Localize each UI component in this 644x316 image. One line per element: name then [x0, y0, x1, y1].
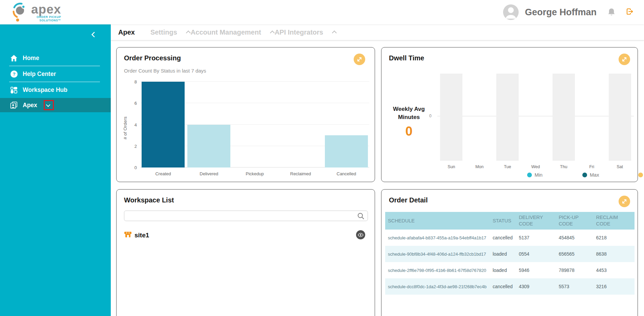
- nav-item-account-management[interactable]: Account Management: [191, 28, 261, 36]
- x-axis-label: Delivered: [186, 171, 232, 176]
- cell-pickup-code: 656565: [556, 246, 593, 262]
- table-row[interactable]: schedule-2ff6e798-0f95-41b6-8b61-67f58d7…: [385, 262, 635, 278]
- legend-label: Min: [535, 172, 542, 178]
- x-axis-label: Fri: [578, 164, 606, 169]
- y-axis-tick: 0: [429, 114, 432, 118]
- bar-cancelled[interactable]: [325, 135, 368, 167]
- y-axis-tick: 6: [127, 101, 137, 106]
- column-header: SCHEDULE: [385, 212, 490, 230]
- nav-item-settings[interactable]: Settings: [150, 28, 177, 36]
- legend-dot: [582, 173, 587, 177]
- bar-created[interactable]: [142, 82, 185, 167]
- cell-pickup-code: 789878: [556, 262, 593, 278]
- cell-schedule: schedule-afabafa4-b837-455a-a19a-54ebff4…: [385, 230, 490, 246]
- x-axis-label: Wed: [522, 164, 550, 169]
- home-icon: [10, 54, 18, 62]
- x-axis-label: Created: [140, 171, 186, 176]
- table-header-row: SCHEDULESTATUSDELIVERY CODEPICK-UP CODER…: [385, 212, 635, 230]
- bar-column-cancelled: Cancelled: [324, 82, 369, 167]
- top-nav: Apex Settings Account Management API Int…: [111, 24, 644, 40]
- cell-delivery-code: 5946: [516, 262, 556, 278]
- expand-button[interactable]: [619, 196, 630, 207]
- cell-status: loaded: [490, 246, 516, 262]
- user-name: George Hoffman: [525, 7, 597, 18]
- column-header: STATUS: [490, 212, 516, 230]
- card-title: Order Processing: [124, 54, 181, 62]
- legend-item-avg[interactable]: Avg: [638, 172, 644, 178]
- logout-icon[interactable]: [626, 7, 634, 17]
- y-axis-tick: 8: [127, 79, 137, 84]
- bar-column-pickedup: Pickedup: [232, 82, 277, 167]
- logo-tagline-2: SOLUTIONS™: [31, 19, 61, 22]
- app-root: apex ORDER PICKUP SOLUTIONS™ George Hoff…: [0, 0, 644, 316]
- sidebar-item-label: Home: [23, 55, 39, 62]
- annotation-red-box: [44, 100, 54, 110]
- table-row[interactable]: schedule-dcc8f0dc-1da2-4f3d-ae98-21f268b…: [385, 278, 635, 295]
- sidebar-item-label: Workspace Hub: [23, 86, 67, 94]
- bar-column-created: Created: [140, 82, 186, 167]
- notifications-bell-icon[interactable]: [607, 8, 616, 17]
- cell-schedule: schedule-2ff6e798-0f95-41b6-8b61-67f58d7…: [385, 262, 490, 278]
- table-row[interactable]: schedule-90bf8b34-4f48-406d-a124-ffb32cb…: [385, 246, 635, 262]
- search-input[interactable]: [124, 211, 368, 221]
- sidebar-item-apex[interactable]: Apex: [0, 98, 111, 112]
- sidebar-nav: Home ? Help Center: [0, 50, 111, 112]
- caret-up-icon[interactable]: [270, 31, 274, 35]
- list-item[interactable]: site1: [124, 230, 367, 241]
- cell-reclaim-code: 8638: [594, 246, 635, 262]
- cell-reclaim-code: 4453: [594, 262, 635, 278]
- legend-item-min[interactable]: Min: [527, 172, 542, 178]
- workspace-name: site1: [134, 232, 149, 239]
- card-title: Order Detail: [389, 196, 428, 204]
- sidebar-item-help-center[interactable]: ? Help Center: [9, 66, 100, 82]
- caret-up-icon[interactable]: [186, 31, 191, 35]
- sidebar-item-home[interactable]: Home: [9, 50, 100, 66]
- workspace-list: site1: [124, 230, 367, 241]
- sidebar-collapse-button[interactable]: [90, 31, 98, 39]
- table-row[interactable]: schedule-afabafa4-b837-455a-a19a-54ebff4…: [385, 230, 635, 246]
- nav-item-api-integrators[interactable]: API Integrators: [275, 28, 323, 36]
- background-band: [609, 74, 631, 161]
- cell-delivery-code: 4309: [516, 278, 556, 295]
- eye-icon: [358, 233, 363, 237]
- column-header: RECLAIM CODE: [594, 212, 635, 230]
- expand-button[interactable]: [619, 54, 630, 65]
- legend-dot: [527, 173, 532, 177]
- legend-label: Max: [590, 172, 599, 178]
- x-axis-label: Thu: [549, 164, 578, 169]
- x-axis-label: Reclaimed: [278, 171, 324, 176]
- sidebar-item-workspace-hub[interactable]: Workspace Hub: [9, 82, 100, 98]
- day-column-fri: Fri: [578, 74, 606, 161]
- dwell-time-chart: 0 SunMonTueWedThuFriSat: [437, 74, 634, 161]
- logo-wordmark: apex: [31, 4, 61, 15]
- cell-status: cancelled: [490, 230, 516, 246]
- day-column-thu: Thu: [549, 74, 578, 161]
- chevron-down-icon[interactable]: [46, 102, 50, 107]
- cell-status: loaded: [490, 262, 516, 278]
- workspace-hub-icon: [10, 86, 18, 94]
- cell-status: cancelled: [490, 278, 516, 295]
- store-icon: [124, 231, 132, 240]
- view-workspace-button[interactable]: [356, 230, 365, 239]
- expand-button[interactable]: [354, 54, 365, 65]
- caret-up-icon[interactable]: [332, 31, 337, 35]
- nav-item-apex[interactable]: Apex: [118, 28, 135, 36]
- svg-text:?: ?: [13, 72, 15, 77]
- cell-reclaim-code: 6218: [594, 230, 635, 246]
- avatar[interactable]: [503, 4, 519, 20]
- legend-dot: [638, 173, 643, 177]
- apex-logo-text: apex ORDER PICKUP SOLUTIONS™: [31, 4, 61, 22]
- cell-schedule: schedule-dcc8f0dc-1da2-4f3d-ae98-21f268b…: [385, 278, 490, 295]
- bar-column-delivered: Delivered: [186, 82, 232, 167]
- bar-delivered[interactable]: [187, 125, 230, 168]
- cell-pickup-code: 5573: [556, 278, 593, 295]
- legend-item-max[interactable]: Max: [582, 172, 599, 178]
- cell-pickup-code: 454845: [556, 230, 593, 246]
- x-axis-label: Tue: [494, 164, 522, 169]
- order-detail-table: SCHEDULESTATUSDELIVERY CODEPICK-UP CODER…: [385, 212, 635, 295]
- day-column-tue: Tue: [494, 74, 522, 161]
- metric-label: Weekly Avg: [383, 105, 434, 113]
- workspace-search: [124, 211, 368, 221]
- cell-schedule: schedule-90bf8b34-4f48-406d-a124-ffb32cb…: [385, 246, 490, 262]
- search-icon[interactable]: [357, 212, 365, 221]
